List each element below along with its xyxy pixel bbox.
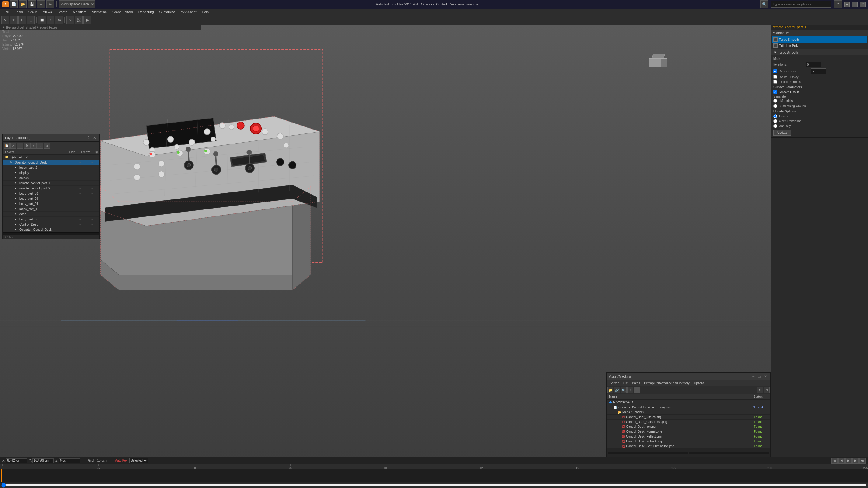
layer-item-14[interactable]: ▸ Operator_Control_Desk ··· ··· (3, 227, 99, 232)
nav-cube-widget[interactable] (647, 52, 669, 73)
menu-edit[interactable]: Edit (1, 9, 12, 14)
smooth-result-checkbox[interactable] (773, 90, 777, 94)
menu-customize[interactable]: Customize (157, 9, 178, 14)
asset-btn-4[interactable]: ↑ (627, 387, 633, 393)
layer-btn-close[interactable]: ✕ (10, 142, 17, 149)
layer-item-9[interactable]: ▸ body_part_04 ··· ··· (3, 201, 99, 206)
render-setup-btn[interactable]: 🖼 (75, 16, 83, 24)
asset-item-4[interactable]: 🖼 Control_Desk_Glossiness.png Found (607, 420, 770, 424)
layer-item-12[interactable]: ▸ body_part_01 ··· ··· (3, 217, 99, 222)
layer-item-13[interactable]: ▸ Control_Desk ··· ··· (3, 222, 99, 227)
timeline-track[interactable] (0, 469, 868, 482)
menu-tools[interactable]: Tools (12, 9, 25, 14)
z-input[interactable] (59, 458, 80, 463)
asset-item-8[interactable]: 🖼 Control_Desk_Refract.png Found (607, 439, 770, 444)
layers-scrollbar[interactable] (3, 232, 99, 235)
asset-btn-3[interactable]: 🔍 (621, 387, 627, 393)
modifier-turbosmooth[interactable]: ⬛ TurboSmooth (772, 36, 867, 42)
workspace-dropdown[interactable]: Workspace: Default (59, 0, 95, 8)
menu-help[interactable]: Help (199, 9, 212, 14)
play-btn[interactable]: ▶ (845, 458, 851, 464)
asset-minimize-btn[interactable]: − (751, 374, 756, 379)
angle-snap-btn[interactable]: ∠ (46, 16, 55, 24)
new-btn[interactable]: 📄 (10, 0, 18, 8)
maximize-btn[interactable]: □ (852, 2, 858, 7)
nav-cube-front[interactable] (649, 58, 661, 67)
menu-views[interactable]: Views (40, 9, 54, 14)
minimize-btn[interactable]: − (844, 2, 850, 7)
asset-item-9[interactable]: 🖼 Control_Desk_Self_illumination.png Fou… (607, 444, 770, 449)
asset-item-6[interactable]: 🖼 Control_Desk_Normal.png Found (607, 429, 770, 434)
asset-item-1[interactable]: 📄 Operator_Control_Desk_max_vray.max Net… (607, 405, 770, 410)
layer-btn-up[interactable]: ↑ (30, 142, 36, 149)
layer-item-10[interactable]: ▸ loops_part_1 ··· ··· (3, 206, 99, 212)
navigation-cube[interactable] (647, 52, 672, 77)
y-input[interactable] (32, 458, 54, 463)
render-iters-checkbox[interactable] (773, 69, 777, 73)
asset-item-7[interactable]: 🖼 Control_Desk_Reflect.png Found (607, 434, 770, 439)
asset-menu-options[interactable]: Options (692, 381, 706, 386)
render-btn[interactable]: ▶ (83, 16, 91, 24)
asset-maximize-btn[interactable]: □ (757, 374, 762, 379)
layer-item-6[interactable]: ▸ remote_control_part_2 ··· ··· (3, 186, 99, 191)
layer-btn-add[interactable]: + (17, 142, 23, 149)
autokey-mode-select[interactable]: Selected (129, 458, 148, 463)
nav-cube-side[interactable] (661, 58, 667, 67)
menu-create[interactable]: Create (55, 9, 70, 14)
pct-snap-btn[interactable]: % (55, 16, 63, 24)
redo-btn[interactable]: ↪ (46, 0, 54, 8)
explicit-normals-checkbox[interactable] (773, 80, 777, 84)
open-btn[interactable]: 📂 (19, 0, 27, 8)
layer-item-0[interactable]: 📁 0 (default) ✓ ··· ··· (3, 155, 99, 160)
prev-frame-btn[interactable]: ◀ (838, 458, 844, 464)
layer-btn-select[interactable]: ⊙ (44, 142, 50, 149)
material-editor-btn[interactable]: M (66, 16, 74, 24)
layer-item-1[interactable]: 🏷 Operator_Control_Desk ··· ··· (3, 160, 99, 165)
asset-item-2[interactable]: 📂 Maps / Shaders (607, 410, 770, 415)
menu-animation[interactable]: Animation (89, 9, 109, 14)
asset-menu-file[interactable]: File (621, 381, 629, 386)
next-frame-btn[interactable]: ▶ (852, 458, 859, 464)
menu-group[interactable]: Group (26, 9, 40, 14)
x-input[interactable] (6, 458, 27, 463)
asset-item-5[interactable]: 🖼 Control_Desk_Ior.png Found (607, 424, 770, 429)
menu-graph-editors[interactable]: Graph Editors (110, 9, 135, 14)
materials-radio[interactable] (773, 99, 777, 103)
when-rendering-radio[interactable] (773, 119, 777, 123)
frame-slider[interactable] (1, 483, 867, 487)
menu-maxscript[interactable]: MAXScript (178, 9, 199, 14)
scale-btn[interactable]: ⊡ (27, 16, 35, 24)
asset-close-btn[interactable]: ✕ (763, 374, 768, 379)
move-btn[interactable]: ✛ (10, 16, 18, 24)
always-radio[interactable] (773, 114, 777, 118)
asset-refresh-btn[interactable]: ↻ (757, 387, 763, 393)
render-iters-input[interactable] (811, 68, 826, 74)
goto-end-btn[interactable]: ⏭ (860, 458, 866, 464)
select-btn[interactable]: ↖ (1, 16, 9, 24)
layer-btn-delete[interactable]: 🗑 (24, 142, 30, 149)
asset-item-3[interactable]: 🖼 Control_Desk_Diffuse.png Found (607, 415, 770, 420)
asset-btn-2[interactable]: 🔗 (614, 387, 620, 393)
rotate-btn[interactable]: ↻ (18, 16, 26, 24)
layers-help-btn[interactable]: ? (86, 135, 91, 140)
manually-radio[interactable] (773, 124, 777, 128)
layer-item-2[interactable]: ▸ loops_part_2 ··· ··· (3, 165, 99, 170)
layer-item-7[interactable]: ▸ body_part_02 ··· ··· (3, 191, 99, 196)
update-button[interactable]: Update (773, 130, 791, 136)
save-btn[interactable]: 💾 (28, 0, 36, 8)
goto-start-btn[interactable]: ⏮ (832, 458, 838, 464)
snap-btn[interactable]: 🔲 (38, 16, 46, 24)
layers-close-btn[interactable]: ✕ (92, 135, 97, 140)
search-btn[interactable]: 🔍 (760, 0, 768, 8)
modifier-editable-poly[interactable]: ⬛ Editable Poly (772, 42, 867, 48)
search-input[interactable] (771, 1, 832, 8)
smoothing-groups-radio[interactable] (773, 104, 777, 108)
turbosmooth-header[interactable]: ▼ TurboSmooth (771, 49, 868, 55)
layer-item-8[interactable]: ▸ body_part_03 ··· ··· (3, 196, 99, 201)
asset-menu-server[interactable]: Server (608, 381, 620, 386)
layer-item-4[interactable]: ▸ screen ··· ··· (3, 175, 99, 181)
asset-item-0[interactable]: ◆ Autodesk Vault (607, 399, 770, 405)
menu-modifiers[interactable]: Modifiers (70, 9, 89, 14)
help-btn[interactable]: ? (834, 0, 842, 8)
asset-btn-list[interactable]: ☰ (634, 387, 640, 393)
